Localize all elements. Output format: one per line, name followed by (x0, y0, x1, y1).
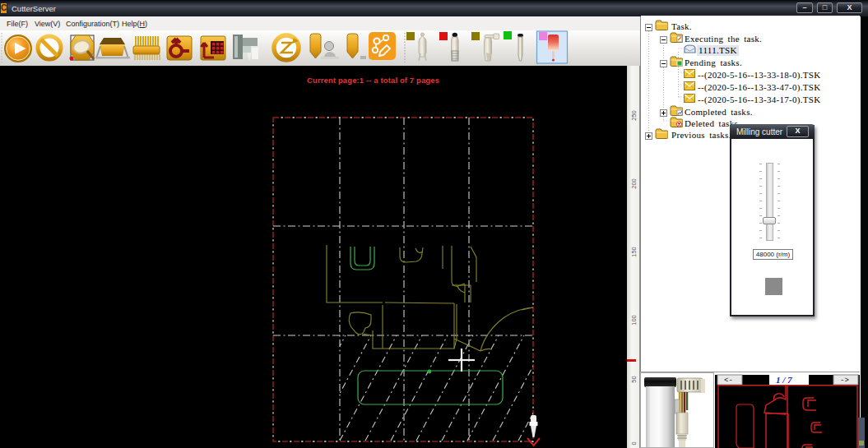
svg-text:<-: <- (724, 376, 733, 385)
svg-text:->: -> (840, 376, 849, 385)
svg-text:Current page:1 -- a total of 7: Current page:1 -- a total of 7 pages (307, 76, 439, 85)
svg-text:1 / 7: 1 / 7 (776, 375, 792, 385)
